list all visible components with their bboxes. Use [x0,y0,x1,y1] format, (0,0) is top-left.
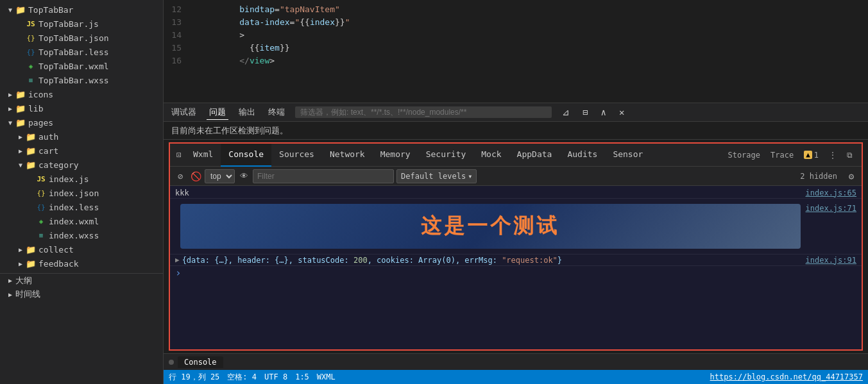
sidebar-item-label: TopTabBar.wxss [38,76,109,85]
console-footer-tab-label: Console [184,358,217,367]
sidebar-item-pages[interactable]: ▼ 📁 pages [0,115,163,129]
clear-icon[interactable]: ⊟ [580,107,590,117]
arrow-icon: ▶ [5,91,15,98]
console-row-kkk: kkk index.js:65 [170,187,862,199]
warning-badge: ▲ [804,151,812,159]
console-filter-input[interactable] [253,169,394,183]
expand-arrow-icon[interactable]: ▶ [175,256,180,264]
folder-icon: 📁 [26,131,36,142]
sidebar-item-icons[interactable]: ▶ 📁 icons [0,87,163,101]
tab-storage[interactable]: Storage [724,149,764,161]
output-tab[interactable]: 输出 [236,105,258,119]
console-levels-label: Default levels [401,172,466,181]
tab-wxml[interactable]: Wxml [185,144,221,167]
sidebar-item-auth[interactable]: ▶ 📁 auth [0,129,163,144]
sidebar-item-label: index.wxss [49,231,99,240]
tab-trace-label: Trace [770,151,794,160]
tab-warnings[interactable]: ▲ 1 [800,149,822,161]
sidebar-item-feedback[interactable]: ▶ 📁 feedback [0,256,163,271]
debugger-tab[interactable]: 调试器 [169,105,199,119]
console-footer-tab[interactable]: Console [178,356,223,368]
sidebar: ▼ 📁 TopTabBar JS TopTabBar.js {} TopTabB… [0,0,164,384]
tab-sensor[interactable]: Sensor [605,144,651,167]
sidebar-item-timeline[interactable]: ▶ 时间线 [0,287,163,301]
sidebar-item-collect[interactable]: ▶ 📁 collect [0,242,163,256]
console-settings-button[interactable]: ⚙ [845,170,858,183]
status-lang: WXML [317,372,336,381]
problems-tab[interactable]: 问题 [207,105,228,120]
status-left: 行 19，列 25 空格: 4 UTF 8 1:5 WXML [169,372,336,383]
devtools-cursor-icon[interactable]: ⊡ [173,149,185,162]
sidebar-item-index-js[interactable]: JS index.js [0,172,163,186]
status-encoding: UTF 8 [264,372,287,381]
sidebar-item-lib[interactable]: ▶ 📁 lib [0,101,163,115]
js-icon: JS [26,19,36,29]
sidebar-item-label: icons [28,90,53,99]
console-link-kkk[interactable]: index.js:65 [806,188,856,197]
sidebar-item-category[interactable]: ▼ 📁 category [0,158,163,172]
console-levels-dropdown[interactable]: Default levels ▾ [396,169,477,183]
tab-security[interactable]: Security [418,144,474,167]
tab-network[interactable]: Network [322,144,373,167]
warning-count: 1 [814,151,819,160]
tab-audits[interactable]: Audits [559,144,605,167]
tab-network-label: Network [330,149,365,159]
tab-storage-label: Storage [728,151,760,160]
sidebar-item-label: TopTabBar.wxml [38,62,109,71]
dock-button[interactable]: ⧉ [843,149,856,161]
collapse-icon[interactable]: ∧ [598,107,608,117]
console-eye-icon[interactable]: 👁 [237,170,250,183]
tab-trace[interactable]: Trace [767,149,797,161]
console-footer: Console [164,353,868,370]
sidebar-item-label: TopTabBar.less [38,47,109,57]
preview-box: 这是一个测试 [180,204,801,249]
sidebar-item-index-wxss[interactable]: ≡ index.wxss [0,228,163,242]
folder-open-icon: 📁 [26,160,36,170]
sidebar-item-TopTabBar-js[interactable]: JS TopTabBar.js [0,17,163,31]
status-spaces: 空格: 4 [227,372,257,383]
wxml-icon: ◈ [36,216,46,226]
sidebar-item-outline[interactable]: ▶ 大纲 [0,273,163,287]
folder-icon: 📁 [15,89,26,99]
sidebar-item-TopTabBar-less[interactable]: {} TopTabBar.less [0,45,163,59]
filter-input[interactable] [295,106,552,118]
status-blog-link[interactable]: https://blog.csdn.net/qq_44717357 [710,372,863,381]
console-block-button[interactable]: 🚫 [189,170,202,183]
terminal-tab[interactable]: 终端 [266,105,287,119]
tab-mock[interactable]: Mock [473,144,509,167]
devtools-tabs-right: Storage Trace ▲ 1 ⋮ ⧉ [724,149,862,161]
console-link-data[interactable]: index.js:91 [806,256,856,265]
tab-sources-label: Sources [279,149,314,159]
line-number: 12 [164,4,189,14]
sidebar-item-index-wxml[interactable]: ◈ index.wxml [0,214,163,228]
tab-appdata-label: AppData [517,149,552,159]
arrow-icon: ▶ [15,246,26,253]
sidebar-item-TopTabBar-wxss[interactable]: ≡ TopTabBar.wxss [0,73,163,87]
tab-memory[interactable]: Memory [373,144,418,167]
tab-sources[interactable]: Sources [271,144,322,167]
sidebar-item-TopTabBar[interactable]: ▼ 📁 TopTabBar [0,3,163,17]
sidebar-item-TopTabBar-json[interactable]: {} TopTabBar.json [0,31,163,45]
console-link-preview[interactable]: index.js:71 [806,204,856,213]
sidebar-item-label: cart [38,146,58,156]
sidebar-item-cart[interactable]: ▶ 📁 cart [0,144,163,158]
console-context-select[interactable]: top [205,169,235,183]
line-number: 14 [164,30,189,40]
sidebar-item-label: pages [28,118,53,128]
tab-wxml-label: Wxml [193,149,213,159]
sidebar-item-TopTabBar-wxml[interactable]: ◈ TopTabBar.wxml [0,59,163,73]
folder-icon: 📁 [26,258,36,269]
sidebar-item-index-less[interactable]: {} index.less [0,200,163,214]
console-clear-button[interactable]: ⊘ [174,170,187,183]
js-icon: JS [36,174,46,184]
sidebar-item-index-json[interactable]: {} index.json [0,186,163,200]
tab-appdata[interactable]: AppData [509,144,560,167]
more-tabs-button[interactable]: ⋮ [825,149,840,161]
sidebar-item-label: category [38,160,79,170]
sidebar-item-label: index.less [49,203,99,212]
tab-audits-label: Audits [567,149,597,159]
filter-icon[interactable]: ⊿ [559,107,572,117]
wxss-icon: ≡ [26,75,36,85]
tab-console[interactable]: Console [221,144,271,167]
close-icon[interactable]: ✕ [617,107,627,117]
